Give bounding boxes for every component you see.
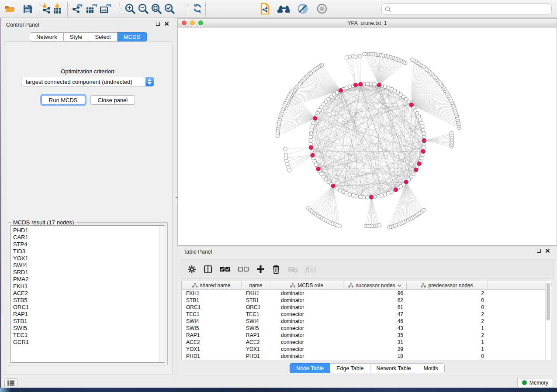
zoom-in-icon[interactable] (124, 2, 137, 15)
table-cell[interactable]: connector (270, 325, 343, 332)
column-header-shared-name[interactable]: shared name (182, 281, 242, 289)
add-row-icon[interactable] (256, 265, 265, 273)
network-canvas[interactable] (178, 28, 557, 245)
table-row[interactable]: SWI4SWI4dominator462 (182, 318, 545, 325)
mcds-result-list[interactable]: PHD1CAR1STP4TID3YOX1SWI4SRD1PMA2FKH1ACE2… (10, 225, 165, 363)
column-header-successor-nodes[interactable]: successor nodes (343, 281, 407, 289)
result-node-item[interactable]: ACE2 (13, 290, 159, 297)
table-cell[interactable]: 43 (343, 325, 407, 332)
table-cell[interactable]: 35 (343, 332, 407, 339)
criterion-dropdown[interactable]: largest connected component (undirected) (21, 77, 154, 86)
hide-graphics-details-icon[interactable] (296, 2, 309, 15)
table-cell[interactable]: STB1 (182, 297, 242, 304)
table-cell[interactable]: connector (270, 311, 343, 318)
table-cell[interactable]: SWI5 (242, 325, 270, 332)
tab-mcds[interactable]: MCDS (118, 32, 147, 41)
table-cell[interactable]: ACE2 (182, 339, 242, 346)
table-row[interactable]: ACE2ACE2connector311 (182, 339, 545, 346)
table-scrollbar[interactable] (545, 281, 551, 360)
table-row[interactable]: FKH1FKH1dominator962 (182, 290, 545, 297)
search-input[interactable] (393, 6, 551, 13)
table-cell[interactable]: TEC1 (242, 311, 270, 318)
float-panel-icon[interactable] (156, 22, 160, 26)
table-cell[interactable]: ORC1 (242, 304, 270, 311)
memory-button[interactable]: Memory (517, 378, 553, 387)
export-network-icon[interactable] (71, 2, 84, 15)
table-cell[interactable]: SWI5 (182, 325, 242, 332)
table-cell[interactable]: FKH1 (182, 290, 242, 297)
table-cell[interactable]: FKH1 (242, 290, 270, 297)
table-cell[interactable]: 31 (343, 339, 407, 346)
tab-node-table[interactable]: Node Table (290, 363, 330, 373)
column-header-name[interactable]: name (242, 281, 270, 289)
table-cell[interactable]: 46 (343, 318, 407, 325)
result-node-item[interactable]: SRD1 (13, 269, 159, 276)
table-cell[interactable]: TEC1 (182, 311, 242, 318)
table-cell[interactable]: RAP1 (242, 332, 270, 339)
zoom-out-icon[interactable] (137, 2, 150, 15)
table-cell[interactable]: 2 (407, 332, 488, 339)
close-panel-icon[interactable] (164, 21, 169, 26)
table-cell[interactable]: 1 (407, 339, 488, 346)
table-cell[interactable]: 2 (407, 318, 488, 325)
table-cell[interactable]: connector (270, 339, 343, 346)
delete-rows-icon[interactable] (272, 265, 280, 274)
table-cell[interactable]: dominator (270, 332, 343, 339)
table-cell[interactable]: dominator (270, 297, 343, 304)
export-table-icon[interactable] (85, 2, 98, 15)
column-header-MCDS-role[interactable]: MCDS role (270, 281, 343, 289)
table-row[interactable]: ORC1ORC1dominator610 (182, 304, 545, 311)
table-cell[interactable]: 2 (407, 311, 488, 318)
task-history-button[interactable] (4, 378, 17, 387)
table-cell[interactable]: 29 (343, 346, 407, 353)
result-node-item[interactable]: SWI5 (13, 325, 159, 332)
result-node-item[interactable]: STP4 (13, 241, 159, 248)
column-header-predecessor-nodes[interactable]: predecessor nodes (407, 281, 488, 289)
result-node-item[interactable]: PMA2 (13, 276, 159, 283)
table-cell[interactable]: RAP1 (182, 332, 242, 339)
tab-network-table[interactable]: Network Table (370, 363, 418, 373)
table-settings-icon[interactable] (187, 265, 196, 274)
tab-motifs[interactable]: Motifs (417, 363, 444, 373)
table-cell[interactable]: YOX1 (242, 346, 270, 353)
tab-select[interactable]: Select (89, 32, 118, 41)
network-from-file-icon[interactable] (259, 2, 272, 15)
result-node-item[interactable]: ORC1 (13, 304, 159, 311)
float-table-panel-icon[interactable] (537, 249, 541, 253)
export-image-icon[interactable] (99, 2, 112, 15)
tab-style[interactable]: Style (64, 32, 89, 41)
search-binoculars-icon[interactable] (277, 2, 290, 15)
result-node-item[interactable]: TEC1 (13, 332, 159, 339)
function-builder-icon[interactable]: f(x) (305, 265, 316, 274)
table-cell[interactable]: 1 (407, 346, 488, 353)
result-node-item[interactable]: FKH1 (13, 283, 159, 290)
result-node-item[interactable]: RAP1 (13, 311, 159, 318)
table-cell[interactable]: dominator (270, 304, 343, 311)
table-scrollbar-thumb[interactable] (547, 283, 550, 320)
result-node-item[interactable]: PHD1 (13, 227, 159, 234)
result-node-item[interactable]: SWI4 (13, 262, 159, 269)
table-cell[interactable]: ORC1 (182, 304, 242, 311)
table-cell[interactable]: dominator (270, 290, 343, 297)
table-cell[interactable]: 96 (343, 290, 407, 297)
table-cell[interactable]: 61 (343, 304, 407, 311)
table-cell[interactable]: 0 (407, 304, 488, 311)
show-columns-icon[interactable] (204, 265, 212, 274)
close-panel-button[interactable]: Close panel (90, 95, 135, 105)
save-session-icon[interactable] (21, 2, 34, 15)
result-node-item[interactable]: GCR1 (13, 339, 159, 346)
show-graphics-details-icon[interactable] (315, 2, 329, 15)
result-node-item[interactable]: CAR1 (13, 234, 159, 241)
table-cell[interactable]: SWI4 (242, 318, 270, 325)
table-cell[interactable]: dominator (270, 353, 343, 360)
table-cell[interactable]: 47 (343, 311, 407, 318)
table-cell[interactable]: dominator (270, 318, 343, 325)
deselect-all-rows-icon[interactable] (238, 266, 249, 272)
table-row[interactable]: STB1STB1dominator620 (182, 297, 545, 304)
select-all-rows-icon[interactable] (220, 266, 231, 272)
result-node-item[interactable]: STB5 (13, 297, 159, 304)
import-table-icon[interactable] (51, 2, 64, 15)
table-cell[interactable]: 1 (407, 325, 488, 332)
table-row[interactable]: YOX1YOX1connector291 (182, 346, 545, 353)
result-node-item[interactable]: YOX1 (13, 255, 159, 262)
